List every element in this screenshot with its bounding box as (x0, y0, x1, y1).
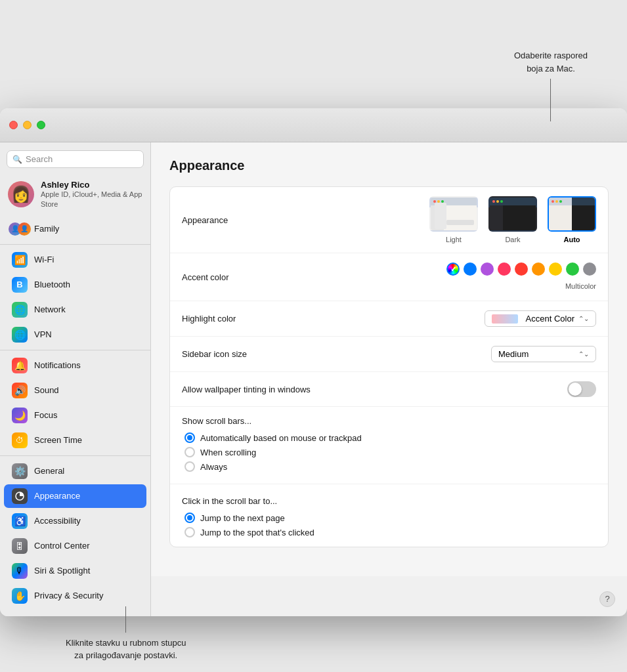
family-icon: 👤 👤 (12, 221, 28, 237)
click-spot-label: Jump to the spot that's clicked (200, 528, 314, 537)
sidebar-item-appearance-label: Appearance (34, 491, 80, 501)
scroll-when-scrolling-option[interactable]: When scrolling (184, 447, 596, 457)
sidebar-item-accessibility[interactable]: ♿ Accessibility (4, 509, 146, 533)
wallpaper-tinting-toggle[interactable] (567, 381, 596, 397)
wallpaper-tinting-control (567, 381, 596, 397)
accent-color-control: Multicolor (446, 262, 596, 291)
appearance-auto-label: Auto (563, 236, 580, 243)
sidebar-item-controlcenter[interactable]: 🎛 Control Center (4, 534, 146, 558)
sidebar-item-bluetooth[interactable]: B Bluetooth (4, 273, 146, 297)
accent-color-label: Accent color (182, 272, 300, 282)
close-button[interactable] (9, 121, 18, 129)
scroll-always-radio[interactable] (184, 461, 195, 472)
bluetooth-icon: B (12, 277, 28, 293)
highlight-color-value: Accent Color (526, 314, 574, 324)
sidebar: 🔍 Search 👩 Ashley Rico Apple ID, iCloud+… (0, 142, 151, 616)
network-icon: 🌐 (12, 302, 28, 318)
scroll-auto-label: Automatically based on mouse or trackpad (200, 433, 362, 443)
click-next-page-label: Jump to the next page (200, 513, 285, 523)
sidebar-item-appearance[interactable]: Appearance (4, 484, 146, 508)
tooltip-line2: boja za Mac. (514, 62, 588, 75)
sidebar-item-focus[interactable]: 🌙 Focus (4, 404, 146, 427)
sidebar-item-family-label: Family (34, 224, 59, 234)
sidebar-item-siri[interactable]: 🎙 Siri & Spotlight (4, 559, 146, 583)
swatch-purple[interactable] (481, 262, 494, 276)
sidebar-item-wifi[interactable]: 📶 Wi-Fi (4, 248, 146, 272)
swatch-red[interactable] (515, 262, 528, 276)
mock-dot-red (433, 200, 436, 203)
sidebar-item-notifications[interactable]: 🔔 Notifications (4, 354, 146, 377)
mock-dot-yellow (437, 200, 440, 203)
user-name: Ashley Rico (41, 180, 142, 190)
appearance-thumb-auto (548, 196, 596, 232)
highlight-color-control: Accent Color ⌃⌄ (485, 310, 596, 327)
sidebar-icon-size-dropdown[interactable]: Medium ⌃⌄ (491, 346, 596, 362)
sidebar-item-screentime-label: Screen Time (34, 435, 82, 445)
highlight-color-dropdown[interactable]: Accent Color ⌃⌄ (485, 310, 596, 327)
sidebar-item-privacy[interactable]: ✋ Privacy & Security (4, 584, 146, 608)
appearance-thumb-dark (488, 196, 537, 232)
scroll-when-scrolling-radio[interactable] (184, 447, 195, 457)
tooltip-bottom-arrow (125, 606, 126, 633)
click-scroll-radio-group: Jump to the next page Jump to the spot t… (184, 513, 596, 537)
swatch-multicolor[interactable] (446, 262, 460, 276)
click-spot-option[interactable]: Jump to the spot that's clicked (184, 527, 596, 537)
privacy-icon: ✋ (12, 588, 28, 604)
search-bar[interactable]: 🔍 Search (7, 150, 144, 168)
appearance-option-light[interactable]: Light (429, 196, 478, 243)
scroll-when-scrolling-label: When scrolling (200, 448, 256, 457)
sidebar-icon-size-label: Sidebar icon size (182, 349, 300, 359)
help-button[interactable]: ? (599, 591, 615, 607)
wallpaper-tinting-row: Allow wallpaper tinting in windows (170, 372, 608, 407)
appearance-option-dark[interactable]: Dark (488, 196, 537, 243)
sidebar-item-sound[interactable]: 🔊 Sound (4, 379, 146, 402)
click-next-page-option[interactable]: Jump to the next page (184, 513, 596, 523)
sidebar-item-general[interactable]: ⚙️ General (4, 459, 146, 483)
sidebar-item-network[interactable]: 🌐 Network (4, 298, 146, 322)
minimize-button[interactable] (23, 121, 32, 129)
swatch-orange[interactable] (532, 262, 545, 276)
tooltip-bottom-line2: za prilagođavanje postavki. (66, 649, 186, 662)
sidebar-icon-size-control: Medium ⌃⌄ (491, 346, 596, 362)
controlcenter-icon: 🎛 (12, 538, 28, 554)
accent-colors-group: Multicolor (446, 262, 596, 291)
user-profile[interactable]: 👩 Ashley Rico Apple ID, iCloud+, Media &… (0, 175, 150, 214)
click-next-page-radio[interactable] (184, 513, 195, 523)
highlight-preview (492, 314, 518, 324)
accessibility-icon: ♿ (12, 513, 28, 529)
highlight-dropdown-arrow: ⌃⌄ (578, 315, 589, 322)
mock-dot-red-dark (492, 200, 495, 203)
tooltip-line1: Odaberite raspored (514, 49, 588, 62)
maximize-button[interactable] (37, 121, 45, 129)
appearance-thumb-light (429, 196, 478, 232)
swatch-green[interactable] (566, 262, 579, 276)
swatch-yellow[interactable] (549, 262, 562, 276)
appearance-options: Light (429, 196, 596, 243)
scroll-auto-radio[interactable] (184, 432, 195, 443)
appearance-row: Appearance (170, 187, 608, 253)
sidebar-item-screentime[interactable]: ⏱ Screen Time (4, 429, 146, 452)
sidebar-icon-size-row: Sidebar icon size Medium ⌃⌄ (170, 337, 608, 372)
mock-dot-green-dark (500, 200, 503, 203)
sidebar-item-notifications-label: Notifications (34, 360, 81, 370)
swatch-blue[interactable] (464, 262, 477, 276)
sidebar-item-vpn[interactable]: 🌐 VPN (4, 323, 146, 346)
mock-dot-yellow-dark (496, 200, 499, 203)
highlight-color-label: Highlight color (182, 314, 300, 324)
appearance-option-auto[interactable]: Auto (548, 196, 596, 243)
click-spot-radio[interactable] (184, 527, 195, 537)
focus-icon: 🌙 (12, 408, 28, 423)
highlight-color-row: Highlight color Accent Color ⌃⌄ (170, 301, 608, 337)
search-placeholder: Search (26, 154, 53, 164)
show-scrollbars-title: Show scroll bars... (182, 416, 596, 426)
screentime-icon: ⏱ (12, 432, 28, 448)
scroll-always-label: Always (200, 462, 227, 472)
scroll-always-option[interactable]: Always (184, 461, 596, 472)
avatar: 👩 (8, 181, 34, 207)
scroll-auto-option[interactable]: Automatically based on mouse or trackpad (184, 432, 596, 443)
sidebar-item-wifi-label: Wi-Fi (34, 255, 54, 264)
swatch-pink[interactable] (498, 262, 511, 276)
swatch-graphite[interactable] (583, 262, 596, 276)
appearance-section: Appearance (169, 186, 609, 547)
sidebar-item-family[interactable]: 👤 👤 Family (4, 217, 146, 241)
